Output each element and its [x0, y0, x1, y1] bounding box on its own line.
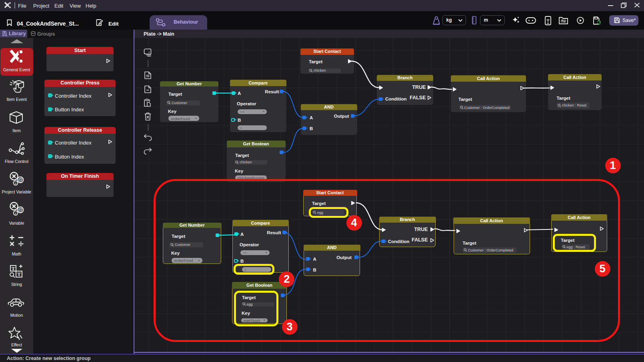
svg-text:T: T	[12, 265, 15, 272]
svg-text:@: @	[18, 207, 23, 213]
svg-text:y: y	[14, 181, 17, 185]
svg-text:@: @	[18, 177, 23, 183]
svg-text:y: y	[14, 211, 17, 215]
svg-text:T: T	[17, 271, 21, 277]
